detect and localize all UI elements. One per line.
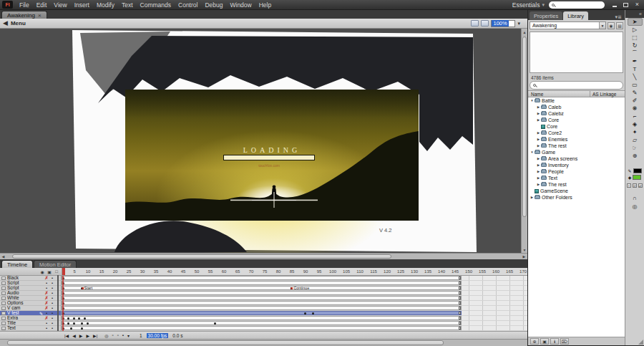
frame-row-text[interactable] <box>62 326 527 331</box>
eraser-tool[interactable]: ▱ <box>628 136 643 144</box>
stage-canvas[interactable]: LOADING touchfox.com V 4.2 <box>0 29 521 253</box>
frame-span[interactable] <box>62 311 462 315</box>
pencil-tool[interactable]: ✎ <box>628 89 643 97</box>
expander-icon[interactable]: ▶ <box>536 105 541 109</box>
stroke-color-swatch[interactable] <box>633 168 642 173</box>
layer-visibility-toggle[interactable]: ✗ <box>44 276 49 280</box>
window-resize-grip[interactable] <box>638 340 643 345</box>
expander-icon[interactable]: ▶ <box>536 112 541 115</box>
black-and-white-button[interactable]: ▪ <box>627 183 631 188</box>
layer-text[interactable]: Text•• <box>0 326 61 331</box>
frame-span[interactable] <box>62 276 462 280</box>
frame-row-v-cam[interactable] <box>62 306 527 311</box>
layer-lock-toggle[interactable]: • <box>49 316 55 320</box>
layer-visibility-toggle[interactable]: • <box>44 281 49 285</box>
expander-icon[interactable]: ▶ <box>536 163 541 167</box>
show-hide-all-layers-icon[interactable]: ◉ <box>39 269 45 274</box>
snap-to-objects-icon[interactable]: ∩ <box>633 195 637 201</box>
menu-view[interactable]: View <box>50 1 70 9</box>
menu-insert[interactable]: Insert <box>71 1 93 9</box>
expander-icon[interactable]: ▶ <box>536 118 541 122</box>
scroll-down-icon[interactable]: ▼ <box>522 246 527 253</box>
zoom-tool[interactable]: ⊕ <box>628 152 643 160</box>
scroll-left-icon[interactable]: ◀ <box>0 254 6 259</box>
timeline-horizontal-scrollbar[interactable] <box>0 339 527 346</box>
library-item-core[interactable]: ▶Core <box>528 117 625 123</box>
expander-icon[interactable]: ▶ <box>536 157 541 160</box>
go-to-first-frame-button[interactable]: |◀ <box>63 333 70 338</box>
keyframe-dot[interactable] <box>84 317 86 319</box>
layer-lock-toggle[interactable]: • <box>49 311 55 315</box>
layer-visibility-toggle[interactable]: ✗ <box>44 306 49 310</box>
library-item-caleb[interactable]: ▶Caleb <box>528 104 625 110</box>
layer-lock-toggle[interactable]: • <box>49 281 55 285</box>
layer-visibility-toggle[interactable]: ✗ <box>44 316 49 320</box>
frame-span[interactable] <box>62 326 462 330</box>
keyframe-dot[interactable] <box>73 317 75 319</box>
fill-color-control[interactable]: ◆ <box>628 175 642 180</box>
expander-icon[interactable]: ▶ <box>536 131 541 135</box>
library-search-box[interactable] <box>530 81 623 90</box>
layer-visibility-toggle[interactable]: • <box>44 321 49 325</box>
eyedropper-tool[interactable]: ✦ <box>628 128 643 136</box>
search-input[interactable] <box>557 2 600 8</box>
lock-unlock-all-layers-icon[interactable]: ▣ <box>47 269 52 274</box>
library-item-core[interactable]: Core <box>528 123 625 130</box>
help-search-box[interactable] <box>549 1 605 9</box>
fill-color-swatch[interactable] <box>633 175 641 180</box>
frame-span[interactable] <box>62 296 462 300</box>
keyframe-dot[interactable] <box>304 312 306 314</box>
expander-icon[interactable]: ▶ <box>536 138 541 141</box>
menu-window[interactable]: Window <box>226 1 255 9</box>
layer-visibility-toggle[interactable]: ✗ <box>44 291 49 295</box>
close-button[interactable]: × <box>632 1 643 9</box>
bone-tool[interactable]: ⌐ <box>628 112 643 120</box>
vertical-scroll-thumb[interactable] <box>522 37 527 217</box>
menu-text[interactable]: Text <box>118 1 137 9</box>
edit-scene-button[interactable] <box>471 20 479 27</box>
hand-tool[interactable]: ☞ <box>628 144 643 152</box>
frame-row-title[interactable] <box>62 321 527 326</box>
scroll-up-icon[interactable]: ▲ <box>522 29 527 35</box>
library-item-calebz[interactable]: ▶Calebz <box>528 110 625 117</box>
frame-row-extra[interactable] <box>62 316 527 321</box>
library-item-people[interactable]: ▶People <box>528 168 625 175</box>
frame-span[interactable] <box>62 316 462 320</box>
layer-lock-toggle[interactable]: • <box>49 276 55 280</box>
edit-symbol-button[interactable] <box>481 20 489 27</box>
new-folder-button[interactable]: ▣ <box>540 338 549 345</box>
menu-control[interactable]: Control <box>175 1 201 9</box>
modify-markers-button[interactable]: ▾ <box>126 333 131 338</box>
menu-modify[interactable]: Modify <box>93 1 118 9</box>
minimize-button[interactable] <box>609 1 620 9</box>
step-back-button[interactable]: ◀ <box>71 333 77 338</box>
paint-bucket-tool[interactable]: ◈ <box>628 120 643 128</box>
layer-visibility-toggle[interactable]: ✗ <box>44 301 49 305</box>
delete-button[interactable]: ⌦ <box>560 338 569 345</box>
onion-skin-outlines-button[interactable]: ▫ <box>116 333 120 338</box>
library-search-input[interactable] <box>538 82 620 88</box>
deco-tool[interactable]: ❋ <box>628 105 643 112</box>
layer-lock-toggle[interactable]: • <box>49 296 55 300</box>
frame-row-black[interactable] <box>62 276 527 281</box>
frame-span[interactable] <box>62 291 462 295</box>
frame-span[interactable] <box>62 301 462 305</box>
library-item-inventory[interactable]: ▶Inventory <box>528 162 625 168</box>
document-tab-awakening[interactable]: Awakening × <box>1 11 47 19</box>
library-item-the-rest[interactable]: ▶The rest <box>528 143 625 149</box>
expander-icon[interactable]: ▶ <box>536 183 541 186</box>
expander-icon[interactable]: ▼ <box>530 150 535 154</box>
layer-lock-toggle[interactable]: • <box>49 291 55 295</box>
collapse-panels-icon[interactable]: « <box>625 10 644 18</box>
keyframe-dot[interactable] <box>87 322 89 325</box>
timeline-scroll-thumb[interactable] <box>7 340 444 345</box>
expander-icon[interactable]: ▶ <box>530 196 535 199</box>
subselection-tool[interactable]: ▷ <box>628 26 643 34</box>
library-item-text[interactable]: ▶Text <box>528 175 625 181</box>
zoom-level-field[interactable]: 100% <box>491 20 515 27</box>
keyframe-dot[interactable] <box>70 327 72 330</box>
frame-row-script[interactable]: a <box>62 281 527 286</box>
outline-all-layers-icon[interactable]: □ <box>54 269 59 274</box>
tab-properties[interactable]: Properties <box>530 11 562 20</box>
smooth-option-icon[interactable]: ◎ <box>633 203 638 210</box>
